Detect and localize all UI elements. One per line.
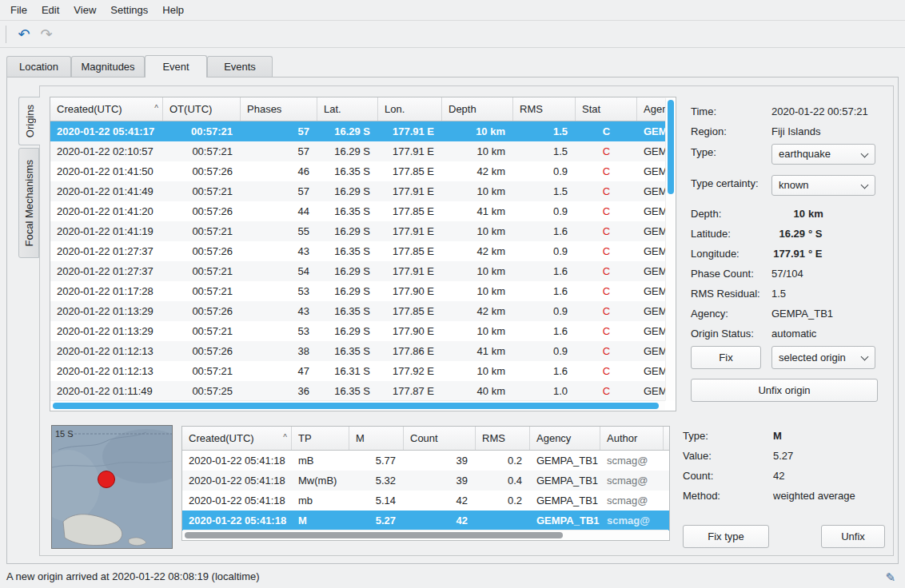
cell[interactable]: 10 km (442, 281, 513, 301)
cell[interactable]: GEMPA_TB1 (637, 241, 666, 261)
cell[interactable]: 177.90 E (378, 281, 442, 301)
table-row[interactable]: 2020-01-22 01:41:4900:57:215716.29 S177.… (50, 181, 666, 201)
menu-file[interactable]: File (3, 1, 34, 20)
cell[interactable]: 16.31 S (317, 361, 378, 381)
column-header-author[interactable]: Author (600, 427, 664, 450)
cell[interactable]: 2020-01-22 01:12:13 (50, 341, 163, 361)
cell[interactable]: GEMPA_TB1 (637, 141, 666, 161)
cell[interactable]: 42 km (442, 301, 513, 321)
cell[interactable]: 0.9 (513, 301, 576, 321)
cell[interactable]: 1.5 (513, 121, 576, 141)
column-header-tp[interactable]: TP (292, 427, 349, 450)
column-header-agency[interactable]: Agency (530, 427, 600, 450)
cell[interactable]: 16.29 S (317, 181, 378, 201)
cell[interactable]: 1.5 (513, 181, 576, 201)
cell[interactable]: GEMPA_TB1 (530, 491, 600, 511)
table-row[interactable]: 2020-01-22 05:41:18Mw(mB)5.32390.4GEMPA_… (182, 471, 669, 491)
cell[interactable]: 10 km (442, 121, 513, 141)
cell[interactable]: 10 km (442, 221, 513, 241)
cell[interactable]: C (576, 341, 637, 361)
column-header-depth[interactable]: Depth (442, 97, 513, 121)
cell[interactable]: C (576, 381, 637, 401)
table-row[interactable]: 2020-01-22 01:12:1300:57:263816.35 S177.… (50, 341, 666, 361)
cell[interactable]: 177.91 E (378, 121, 442, 141)
cell[interactable]: 16.29 S (317, 321, 378, 341)
cell[interactable]: 00:57:26 (163, 341, 241, 361)
redo-button[interactable]: ↷ (35, 23, 58, 46)
cell[interactable]: 2020-01-22 01:17:28 (50, 281, 163, 301)
cell[interactable]: 43 (241, 301, 317, 321)
cell[interactable]: 5.32 (349, 471, 404, 491)
menu-view[interactable]: View (66, 1, 103, 20)
cell[interactable]: GEMPA_TB1 (637, 301, 666, 321)
cell[interactable]: 0.2 (476, 491, 530, 511)
cell[interactable]: 0.4 (476, 471, 530, 491)
column-header-createdutc[interactable]: Created(UTC)^ (50, 97, 163, 121)
cell[interactable]: 2020-01-22 05:41:18 (182, 511, 292, 530)
cell[interactable]: GEMPA_TB1 (530, 471, 600, 491)
cell[interactable]: C (576, 301, 637, 321)
table-row[interactable]: 2020-01-22 01:12:1300:57:214716.31 S177.… (50, 361, 666, 381)
cell[interactable]: 1.6 (513, 321, 576, 341)
cell[interactable]: GEMPA_TB1 (637, 221, 666, 241)
cell[interactable]: 36 (241, 381, 317, 401)
unfix-button[interactable]: Unfix (821, 525, 885, 548)
cell[interactable]: 42 km (442, 241, 513, 261)
cell[interactable]: 00:57:26 (163, 241, 241, 261)
cell[interactable]: GEMPA_TB1 (637, 161, 666, 181)
cell[interactable]: 2020-01-22 01:12:13 (50, 361, 163, 381)
cell[interactable]: 00:57:21 (163, 141, 241, 161)
cell[interactable]: 55 (241, 221, 317, 241)
cell[interactable]: 16.29 S (317, 261, 378, 281)
cell[interactable]: C (576, 121, 637, 141)
cell[interactable]: 16.35 S (317, 241, 378, 261)
cell[interactable]: 53 (241, 321, 317, 341)
pencil-icon[interactable]: ✎ (885, 568, 895, 587)
table-row[interactable]: 2020-01-22 01:11:4900:57:253616.35 S177.… (50, 381, 666, 401)
cell[interactable]: 1.5 (513, 141, 576, 161)
cell[interactable]: 43 (241, 241, 317, 261)
table-row[interactable]: 2020-01-22 01:27:3700:57:264316.35 S177.… (50, 241, 666, 261)
column-header-stat[interactable]: Stat (576, 97, 637, 121)
cell[interactable]: GEMPA_TB1 (637, 201, 666, 221)
cell[interactable]: 16.35 S (317, 341, 378, 361)
cell[interactable]: 00:57:21 (163, 261, 241, 281)
fix-button[interactable]: Fix (691, 346, 761, 369)
cell[interactable]: GEMPA_TB1 (637, 181, 666, 201)
cell[interactable]: scmag@ (600, 511, 664, 530)
cell[interactable]: 0.9 (513, 201, 576, 221)
cell[interactable]: 16.29 S (317, 121, 378, 141)
cell[interactable]: 41 km (442, 201, 513, 221)
cell[interactable]: GEMPA_TB1 (637, 381, 666, 401)
table-row[interactable]: 2020-01-22 05:41:18mb5.14420.2GEMPA_TB1s… (182, 491, 669, 511)
cell[interactable]: M (292, 511, 349, 530)
cell[interactable]: 1.6 (513, 281, 576, 301)
cell[interactable]: 2020-01-22 01:41:50 (50, 161, 163, 181)
cell[interactable]: 10 km (442, 141, 513, 161)
cell[interactable]: C (576, 361, 637, 381)
cell[interactable]: 177.86 E (378, 341, 442, 361)
cell[interactable]: 39 (404, 471, 476, 491)
cell[interactable]: GEMPA_TB1 (530, 511, 600, 530)
cell[interactable]: 00:57:21 (163, 361, 241, 381)
cell[interactable]: 42 km (442, 161, 513, 181)
table-row[interactable]: 2020-01-22 01:41:1900:57:215516.29 S177.… (50, 221, 666, 241)
cell[interactable]: C (576, 221, 637, 241)
cell[interactable]: 2020-01-22 01:41:49 (50, 181, 163, 201)
cell[interactable]: 177.87 E (378, 381, 442, 401)
cell[interactable]: GEMPA_TB1 (637, 321, 666, 341)
cell[interactable]: 2020-01-22 01:11:49 (50, 381, 163, 401)
cell[interactable]: 2020-01-22 01:41:19 (50, 221, 163, 241)
cell[interactable]: 177.91 E (378, 261, 442, 281)
cell[interactable]: 1.6 (513, 261, 576, 281)
tab-location[interactable]: Location (6, 56, 71, 77)
cell[interactable]: 00:57:21 (163, 181, 241, 201)
cell[interactable]: 177.90 E (378, 321, 442, 341)
cell[interactable]: 0.9 (513, 161, 576, 181)
cell[interactable]: 00:57:26 (163, 301, 241, 321)
scrollbar-thumb[interactable] (53, 403, 659, 409)
cell[interactable]: GEMPA_TB1 (530, 451, 600, 471)
table-row[interactable]: 2020-01-22 05:41:18mB5.77390.2GEMPA_TB1s… (182, 451, 669, 471)
cell[interactable]: 41 km (442, 341, 513, 361)
cell[interactable]: 00:57:21 (163, 281, 241, 301)
